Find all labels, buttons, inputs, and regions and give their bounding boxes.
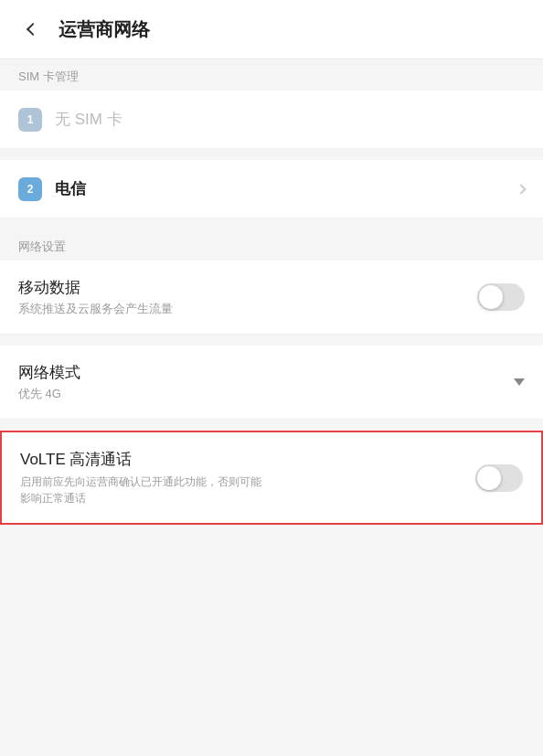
volte-row[interactable]: VoLTE 高清通话 启用前应先向运营商确认已开通此功能，否则可能 影响正常通话: [0, 431, 543, 525]
network-section-label: 网络设置: [0, 229, 543, 261]
mobile-data-toggle-knob: [479, 285, 503, 309]
volte-title: VoLTE 高清通话: [20, 449, 464, 470]
volte-subtitle: 启用前应先向运营商确认已开通此功能，否则可能 影响正常通话: [20, 474, 464, 506]
network-mode-row[interactable]: 网络模式 优先 4G: [0, 346, 543, 420]
network-mode-subtitle: 优先 4G: [18, 386, 80, 402]
spacer-4: [0, 420, 543, 431]
header: 运营商网络: [0, 0, 543, 59]
mobile-data-text: 移动数据 系统推送及云服务会产生流量: [18, 277, 173, 317]
volte-text: VoLTE 高清通话 启用前应先向运营商确认已开通此功能，否则可能 影响正常通话: [20, 449, 475, 506]
volte-subtitle-line1: 启用前应先向运营商确认已开通此功能，否则可能: [20, 475, 261, 488]
sim2-chevron-icon: [516, 184, 526, 194]
mobile-data-subtitle: 系统推送及云服务会产生流量: [18, 301, 173, 317]
mobile-data-row[interactable]: 移动数据 系统推送及云服务会产生流量: [0, 261, 543, 335]
back-icon: [27, 23, 39, 36]
network-mode-text: 网络模式 优先 4G: [18, 362, 80, 402]
spacer-3: [0, 335, 543, 346]
network-mode-title: 网络模式: [18, 362, 80, 383]
sim2-row[interactable]: 2 电信: [0, 160, 543, 218]
sim1-label: 无 SIM 卡: [55, 109, 525, 130]
sim1-badge: 1: [18, 108, 42, 132]
sim1-row: 1 无 SIM 卡: [0, 91, 543, 149]
back-button[interactable]: [18, 15, 48, 44]
spacer-2: [0, 218, 543, 229]
page-title: 运营商网络: [59, 17, 150, 42]
volte-subtitle-line2: 影响正常通话: [20, 492, 86, 505]
volte-toggle[interactable]: [475, 464, 523, 492]
network-mode-dropdown-icon: [514, 378, 525, 386]
mobile-data-title: 移动数据: [18, 277, 173, 298]
mobile-data-toggle[interactable]: [477, 283, 525, 311]
spacer-1: [0, 149, 543, 160]
sim2-badge: 2: [18, 177, 42, 201]
volte-toggle-knob: [477, 466, 501, 490]
sim2-label: 电信: [55, 178, 517, 199]
sim-section-label: SIM 卡管理: [0, 59, 543, 91]
